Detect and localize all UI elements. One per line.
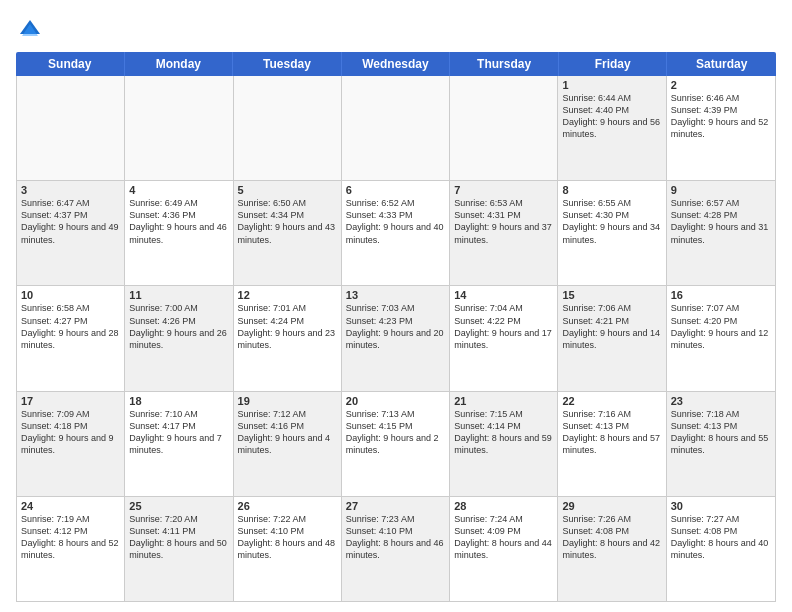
cal-cell-1: 1Sunrise: 6:44 AM Sunset: 4:40 PM Daylig… [558,76,666,180]
day-info: Sunrise: 6:46 AM Sunset: 4:39 PM Dayligh… [671,92,771,141]
week-row-4: 24Sunrise: 7:19 AM Sunset: 4:12 PM Dayli… [17,497,775,601]
day-number: 28 [454,500,553,512]
day-info: Sunrise: 6:49 AM Sunset: 4:36 PM Dayligh… [129,197,228,246]
cal-cell-5: 5Sunrise: 6:50 AM Sunset: 4:34 PM Daylig… [234,181,342,285]
week-row-1: 3Sunrise: 6:47 AM Sunset: 4:37 PM Daylig… [17,181,775,286]
day-number: 2 [671,79,771,91]
header-day-thursday: Thursday [450,52,559,76]
day-number: 4 [129,184,228,196]
day-info: Sunrise: 6:53 AM Sunset: 4:31 PM Dayligh… [454,197,553,246]
cal-cell-empty-4 [450,76,558,180]
header-day-saturday: Saturday [667,52,776,76]
day-info: Sunrise: 6:50 AM Sunset: 4:34 PM Dayligh… [238,197,337,246]
day-info: Sunrise: 7:10 AM Sunset: 4:17 PM Dayligh… [129,408,228,457]
cal-cell-26: 26Sunrise: 7:22 AM Sunset: 4:10 PM Dayli… [234,497,342,601]
week-row-3: 17Sunrise: 7:09 AM Sunset: 4:18 PM Dayli… [17,392,775,497]
day-number: 11 [129,289,228,301]
day-info: Sunrise: 7:24 AM Sunset: 4:09 PM Dayligh… [454,513,553,562]
day-number: 3 [21,184,120,196]
day-number: 6 [346,184,445,196]
day-number: 18 [129,395,228,407]
cal-cell-27: 27Sunrise: 7:23 AM Sunset: 4:10 PM Dayli… [342,497,450,601]
day-number: 24 [21,500,120,512]
cal-cell-12: 12Sunrise: 7:01 AM Sunset: 4:24 PM Dayli… [234,286,342,390]
day-info: Sunrise: 6:58 AM Sunset: 4:27 PM Dayligh… [21,302,120,351]
calendar-body: 1Sunrise: 6:44 AM Sunset: 4:40 PM Daylig… [16,76,776,602]
calendar: SundayMondayTuesdayWednesdayThursdayFrid… [16,52,776,602]
day-info: Sunrise: 6:44 AM Sunset: 4:40 PM Dayligh… [562,92,661,141]
cal-cell-empty-3 [342,76,450,180]
cal-cell-8: 8Sunrise: 6:55 AM Sunset: 4:30 PM Daylig… [558,181,666,285]
header-day-tuesday: Tuesday [233,52,342,76]
day-number: 20 [346,395,445,407]
day-number: 10 [21,289,120,301]
day-info: Sunrise: 7:00 AM Sunset: 4:26 PM Dayligh… [129,302,228,351]
cal-cell-22: 22Sunrise: 7:16 AM Sunset: 4:13 PM Dayli… [558,392,666,496]
day-info: Sunrise: 7:19 AM Sunset: 4:12 PM Dayligh… [21,513,120,562]
day-number: 23 [671,395,771,407]
day-number: 29 [562,500,661,512]
day-info: Sunrise: 7:22 AM Sunset: 4:10 PM Dayligh… [238,513,337,562]
day-info: Sunrise: 7:06 AM Sunset: 4:21 PM Dayligh… [562,302,661,351]
cal-cell-empty-0 [17,76,125,180]
cal-cell-23: 23Sunrise: 7:18 AM Sunset: 4:13 PM Dayli… [667,392,775,496]
cal-cell-13: 13Sunrise: 7:03 AM Sunset: 4:23 PM Dayli… [342,286,450,390]
logo-icon [16,16,44,44]
day-info: Sunrise: 7:27 AM Sunset: 4:08 PM Dayligh… [671,513,771,562]
cal-cell-28: 28Sunrise: 7:24 AM Sunset: 4:09 PM Dayli… [450,497,558,601]
cal-cell-29: 29Sunrise: 7:26 AM Sunset: 4:08 PM Dayli… [558,497,666,601]
day-info: Sunrise: 7:20 AM Sunset: 4:11 PM Dayligh… [129,513,228,562]
cal-cell-6: 6Sunrise: 6:52 AM Sunset: 4:33 PM Daylig… [342,181,450,285]
cal-cell-19: 19Sunrise: 7:12 AM Sunset: 4:16 PM Dayli… [234,392,342,496]
day-info: Sunrise: 7:26 AM Sunset: 4:08 PM Dayligh… [562,513,661,562]
day-number: 1 [562,79,661,91]
day-info: Sunrise: 6:47 AM Sunset: 4:37 PM Dayligh… [21,197,120,246]
day-number: 14 [454,289,553,301]
cal-cell-3: 3Sunrise: 6:47 AM Sunset: 4:37 PM Daylig… [17,181,125,285]
header-day-friday: Friday [559,52,668,76]
calendar-header: SundayMondayTuesdayWednesdayThursdayFrid… [16,52,776,76]
cal-cell-11: 11Sunrise: 7:00 AM Sunset: 4:26 PM Dayli… [125,286,233,390]
day-info: Sunrise: 7:04 AM Sunset: 4:22 PM Dayligh… [454,302,553,351]
day-number: 27 [346,500,445,512]
day-number: 17 [21,395,120,407]
day-number: 25 [129,500,228,512]
day-info: Sunrise: 7:01 AM Sunset: 4:24 PM Dayligh… [238,302,337,351]
cal-cell-30: 30Sunrise: 7:27 AM Sunset: 4:08 PM Dayli… [667,497,775,601]
cal-cell-16: 16Sunrise: 7:07 AM Sunset: 4:20 PM Dayli… [667,286,775,390]
cal-cell-10: 10Sunrise: 6:58 AM Sunset: 4:27 PM Dayli… [17,286,125,390]
cal-cell-2: 2Sunrise: 6:46 AM Sunset: 4:39 PM Daylig… [667,76,775,180]
day-info: Sunrise: 7:18 AM Sunset: 4:13 PM Dayligh… [671,408,771,457]
day-number: 8 [562,184,661,196]
day-info: Sunrise: 7:23 AM Sunset: 4:10 PM Dayligh… [346,513,445,562]
cal-cell-14: 14Sunrise: 7:04 AM Sunset: 4:22 PM Dayli… [450,286,558,390]
cal-cell-7: 7Sunrise: 6:53 AM Sunset: 4:31 PM Daylig… [450,181,558,285]
day-info: Sunrise: 7:03 AM Sunset: 4:23 PM Dayligh… [346,302,445,351]
day-info: Sunrise: 7:12 AM Sunset: 4:16 PM Dayligh… [238,408,337,457]
day-info: Sunrise: 7:13 AM Sunset: 4:15 PM Dayligh… [346,408,445,457]
day-info: Sunrise: 6:55 AM Sunset: 4:30 PM Dayligh… [562,197,661,246]
day-number: 15 [562,289,661,301]
header-day-sunday: Sunday [16,52,125,76]
cal-cell-4: 4Sunrise: 6:49 AM Sunset: 4:36 PM Daylig… [125,181,233,285]
cal-cell-9: 9Sunrise: 6:57 AM Sunset: 4:28 PM Daylig… [667,181,775,285]
page: SundayMondayTuesdayWednesdayThursdayFrid… [0,0,792,612]
header [16,16,776,44]
day-number: 26 [238,500,337,512]
day-info: Sunrise: 7:07 AM Sunset: 4:20 PM Dayligh… [671,302,771,351]
cal-cell-15: 15Sunrise: 7:06 AM Sunset: 4:21 PM Dayli… [558,286,666,390]
day-info: Sunrise: 7:09 AM Sunset: 4:18 PM Dayligh… [21,408,120,457]
day-number: 12 [238,289,337,301]
cal-cell-empty-1 [125,76,233,180]
day-number: 7 [454,184,553,196]
day-number: 5 [238,184,337,196]
cal-cell-24: 24Sunrise: 7:19 AM Sunset: 4:12 PM Dayli… [17,497,125,601]
header-day-monday: Monday [125,52,234,76]
day-info: Sunrise: 7:15 AM Sunset: 4:14 PM Dayligh… [454,408,553,457]
day-info: Sunrise: 6:52 AM Sunset: 4:33 PM Dayligh… [346,197,445,246]
day-info: Sunrise: 7:16 AM Sunset: 4:13 PM Dayligh… [562,408,661,457]
day-info: Sunrise: 6:57 AM Sunset: 4:28 PM Dayligh… [671,197,771,246]
day-number: 22 [562,395,661,407]
day-number: 9 [671,184,771,196]
cal-cell-25: 25Sunrise: 7:20 AM Sunset: 4:11 PM Dayli… [125,497,233,601]
